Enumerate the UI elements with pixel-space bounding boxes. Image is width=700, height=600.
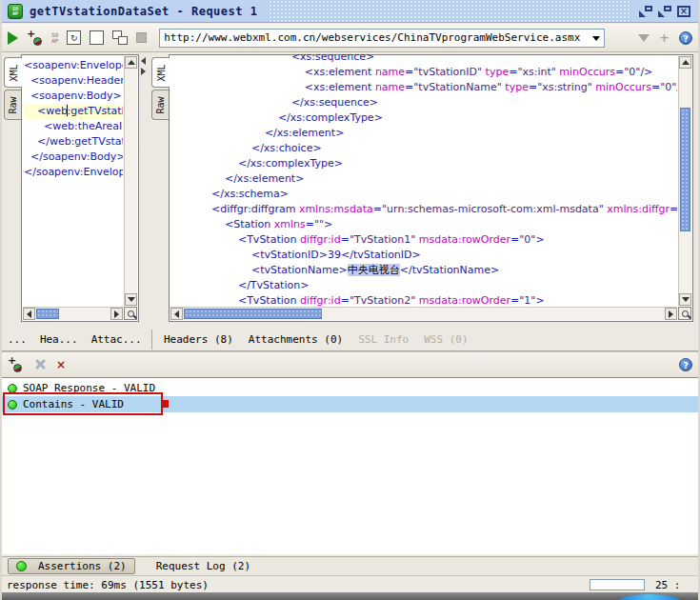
assertion-status-icon — [8, 400, 17, 410]
assertions-toolbar: + × ? — [2, 352, 698, 377]
dropdown-arrow-icon[interactable] — [592, 36, 600, 41]
scroll-up-icon[interactable] — [125, 56, 137, 69]
xml-line: <TvStation diffgr:id="TvStation2" msdata… — [171, 293, 677, 306]
response-inspector-tab[interactable]: Headers (8) — [164, 333, 233, 346]
response-vertical-scrollbar[interactable] — [678, 56, 691, 306]
cancel-request-icon — [136, 32, 147, 43]
tab-request-xml[interactable]: XML — [4, 57, 22, 88]
endpoint-url: http://www.webxml.com.cn/webservices/Chi… — [164, 31, 580, 44]
add-to-testcase-icon[interactable]: + — [27, 30, 43, 46]
xml-line: <TvStation diffgr:id="TvStation1" msdata… — [171, 232, 677, 248]
request-horizontal-scrollbar[interactable] — [23, 307, 123, 320]
create-empty-icon[interactable] — [90, 30, 104, 45]
request-xml-editor[interactable]: <soapenv:Envelope x <soapenv:Header/> <s… — [24, 56, 123, 306]
tab-response-raw[interactable]: Raw — [151, 90, 169, 120]
text-caret — [67, 105, 69, 116]
help-icon[interactable]: ? — [679, 31, 692, 45]
scrollbar-thumb[interactable] — [36, 309, 59, 319]
scrollbar-thumb[interactable] — [680, 108, 690, 231]
soap-request-icon: SOAP — [8, 4, 23, 19]
scroll-down-icon[interactable] — [125, 293, 137, 306]
bottom-tab-bar: Assertions (2) Request Log (2) — [2, 556, 698, 575]
request-inspector-tabs: ...Hea...Attac... — [8, 333, 142, 346]
magnifier-icon[interactable] — [678, 307, 691, 320]
request-editor-panel: <soapenv:Envelope x <soapenv:Header/> <s… — [21, 54, 139, 322]
scrollbar-thumb[interactable] — [184, 309, 322, 319]
response-inspector-tab: WSS (0) — [424, 333, 468, 346]
response-xml-editor[interactable]: <xs:sequence> <xs:element name="tvStatio… — [171, 50, 677, 306]
request-inspector-tab[interactable]: Hea... — [40, 333, 78, 346]
scroll-down-icon[interactable] — [679, 293, 691, 306]
scroll-right-icon[interactable] — [665, 308, 677, 320]
response-editor-tabs: XML Raw — [151, 57, 169, 122]
close-icon[interactable]: × — [677, 6, 690, 17]
tab-assertions[interactable]: Assertions (2) — [8, 558, 135, 574]
recreate-request-icon[interactable]: ↻ — [67, 30, 81, 45]
background-blue-shape — [619, 594, 680, 600]
magnifier-icon[interactable] — [124, 307, 137, 320]
configure-assertion-icon[interactable] — [31, 357, 49, 372]
xml-line: </xs:choice> — [171, 141, 677, 156]
assertion-row[interactable]: Contains - VALID — [2, 396, 698, 412]
assertion-row[interactable]: SOAP Response - VALID — [2, 380, 698, 396]
titlebar-texture — [269, 0, 631, 22]
restore-icon[interactable] — [658, 6, 671, 17]
xml-line: <xs:element name="tvStationName" type="x… — [171, 80, 677, 95]
endpoint-url-combo[interactable]: http://www.webxml.com.cn/webservices/Chi… — [159, 29, 605, 48]
split-divider[interactable] — [141, 57, 150, 75]
request-vertical-scrollbar[interactable] — [124, 56, 137, 306]
xml-line: <soapenv:Envelope x — [24, 58, 123, 73]
xml-line: <diffgr:diffgram xmlns:msdata="urn:schem… — [171, 202, 677, 217]
xml-line: <web:theAreaID — [24, 119, 123, 134]
response-editor-panel: <xs:sequence> <xs:element name="tvStatio… — [169, 54, 693, 322]
tab-request-raw[interactable]: Raw — [4, 90, 21, 120]
tab-status-icon — [16, 561, 27, 571]
request-inspector-tab[interactable]: Attac... — [91, 333, 142, 346]
split-collapse-right-icon[interactable] — [141, 68, 146, 75]
response-inspector-tab: SSL Info — [358, 333, 409, 346]
xml-line: </soapenv:Envelope> — [24, 165, 123, 180]
xml-line: </soapenv:Body> — [24, 150, 123, 165]
xml-line: <tvStationID>39</tvStationID> — [171, 248, 677, 263]
xml-line: <soapenv:Header/> — [24, 73, 123, 89]
request-inspector-tab[interactable]: ... — [8, 333, 27, 346]
window-title: getTVstationDataSet - Request 1 — [30, 5, 257, 18]
scroll-left-icon[interactable] — [23, 308, 35, 320]
xml-line: </xs:element> — [171, 126, 677, 141]
tab-response-xml[interactable]: XML — [151, 57, 170, 88]
response-horizontal-scrollbar[interactable] — [170, 307, 677, 320]
xml-line: <xs:element name="tvStationID" type="xs:… — [171, 65, 677, 80]
submit-request-icon[interactable] — [8, 31, 18, 45]
xml-line: </xs:element> — [171, 171, 677, 187]
xml-line: <web:getTVstatio — [24, 104, 123, 119]
titlebar: SOAP getTVstationDataSet - Request 1 × — [2, 0, 698, 23]
xml-line: </xs:complexType> — [171, 156, 677, 171]
request-editor-tabs: XML Raw — [4, 57, 21, 122]
xml-line: <Station xmlns=""> — [171, 217, 677, 232]
help-icon[interactable]: ? — [679, 358, 692, 371]
assertions-list: SOAP Response - VALIDContains - VALID — [2, 377, 698, 554]
clone-request-icon[interactable] — [112, 30, 128, 45]
xml-line: </xs:complexType> — [171, 110, 677, 126]
minimize-icon[interactable] — [639, 6, 652, 17]
tab-request-log[interactable]: Request Log (2) — [156, 560, 250, 572]
request-toolbar: + SOAP ↻ http://www.webxml.com.cn/webser… — [2, 24, 698, 52]
split-collapse-left-icon[interactable] — [141, 57, 146, 65]
response-tab-row: Headers (8)Attachments (0)SSL InfoWSS (0… — [164, 333, 469, 346]
remove-assertion-icon[interactable]: × — [56, 359, 66, 370]
xml-line: </xs:schema> — [171, 187, 677, 202]
xml-line: <xs:sequence> — [171, 50, 677, 65]
add-assertion-icon[interactable]: + — [8, 357, 24, 372]
assertion-status-icon — [8, 384, 17, 393]
scroll-up-icon[interactable] — [679, 56, 691, 69]
response-inspector-tab[interactable]: Attachments (0) — [249, 333, 343, 346]
xml-line: <soapenv:Body> — [24, 89, 123, 104]
scroll-right-icon[interactable] — [110, 308, 123, 320]
scroll-left-icon[interactable] — [170, 308, 183, 320]
progress-indicator — [590, 579, 645, 590]
add-param-icon: + — [659, 30, 670, 45]
xml-line: <tvStationName>中央电视台</tvStationName> — [171, 263, 677, 278]
soapui-request-window: SOAP getTVstationDataSet - Request 1 × +… — [0, 0, 700, 600]
assertion-label: Contains - VALID — [23, 398, 124, 410]
xml-line: </TvStation> — [171, 278, 677, 293]
